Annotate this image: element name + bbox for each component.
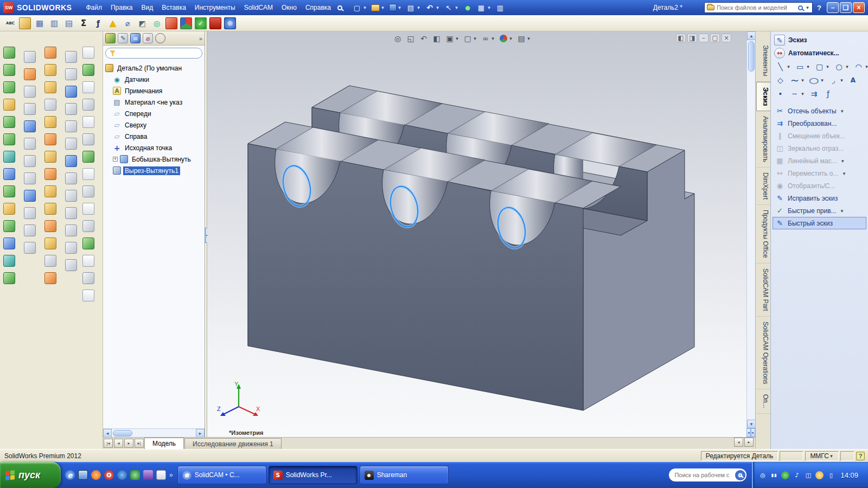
- tool-icon[interactable]: [44, 272, 56, 284]
- tool-icon[interactable]: [65, 86, 77, 98]
- vertical-scrollbar[interactable]: [746, 31, 755, 428]
- tree-item[interactable]: Вырез-Вытянуть1: [113, 165, 205, 176]
- scroll-thumb[interactable]: [113, 430, 132, 436]
- tree-item[interactable]: Сверху: [113, 119, 205, 131]
- primary-command-button[interactable]: Эскиз: [771, 34, 868, 47]
- toolbar-icon[interactable]: [92, 17, 104, 29]
- window-control-icon[interactable]: [676, 34, 686, 42]
- tool-icon[interactable]: [65, 68, 77, 80]
- menubar-tool-button[interactable]: [475, 2, 493, 13]
- tool-icon[interactable]: [3, 168, 15, 180]
- chevron-down-icon[interactable]: [840, 208, 845, 214]
- tool-icon[interactable]: [44, 64, 56, 76]
- start-button[interactable]: пуск: [0, 462, 61, 488]
- quicklaunch-icon[interactable]: [143, 470, 153, 480]
- tool-icon[interactable]: [65, 120, 77, 132]
- tool-icon[interactable]: [65, 224, 77, 236]
- sketch-entity-button[interactable]: [775, 61, 791, 72]
- tool-icon[interactable]: [44, 151, 56, 163]
- sketch-entity-button[interactable]: [814, 61, 830, 72]
- tool-icon[interactable]: [3, 133, 15, 145]
- tree-item[interactable]: Спереди: [113, 108, 205, 119]
- tool-icon[interactable]: [24, 86, 36, 98]
- commandmanager-tab[interactable]: SolidCAM Operations: [756, 317, 770, 389]
- toolbar-icon[interactable]: [165, 17, 177, 29]
- menu-item[interactable]: Окно: [277, 2, 301, 14]
- tool-icon[interactable]: [24, 68, 36, 80]
- tab-nav-first-icon[interactable]: [104, 439, 113, 448]
- menu-item[interactable]: Вид: [137, 2, 158, 14]
- tool-icon[interactable]: [44, 185, 56, 197]
- tree-item[interactable]: Материал <не указ: [113, 97, 205, 108]
- menubar-tool-button[interactable]: [405, 2, 422, 13]
- tool-icon[interactable]: [65, 51, 77, 63]
- toolbar-icon[interactable]: [180, 17, 192, 29]
- sketch-entity-button[interactable]: [848, 75, 858, 85]
- chevron-down-icon[interactable]: [455, 36, 459, 41]
- tool-icon[interactable]: [44, 133, 56, 145]
- tool-icon[interactable]: [82, 272, 94, 284]
- tool-icon[interactable]: [82, 290, 94, 301]
- toolbar-icon[interactable]: [107, 17, 119, 29]
- chevron-down-icon[interactable]: [806, 64, 810, 69]
- toolbar-icon[interactable]: [122, 17, 133, 29]
- tool-icon[interactable]: [3, 203, 15, 215]
- tool-icon[interactable]: [44, 168, 56, 180]
- window-control-icon[interactable]: [699, 34, 709, 42]
- tool-icon[interactable]: [3, 237, 15, 249]
- view-tool-button[interactable]: [431, 33, 443, 44]
- tool-icon[interactable]: [65, 190, 77, 202]
- task-button[interactable]: SolidCAM • C...: [177, 466, 266, 484]
- tool-icon[interactable]: [44, 116, 56, 128]
- primary-command-button[interactable]: Автоматическ...: [771, 47, 868, 60]
- units-selector[interactable]: ММГС: [805, 451, 839, 461]
- toolbar-icon[interactable]: [195, 17, 207, 29]
- sheet-tab[interactable]: Исследование движения 1: [184, 438, 282, 449]
- tool-icon[interactable]: [24, 120, 36, 132]
- minimize-button[interactable]: –: [827, 2, 839, 13]
- view-tool-button[interactable]: [444, 33, 461, 44]
- toolbar-icon[interactable]: [151, 17, 163, 29]
- sketch-tool-item[interactable]: Смещение объек...: [773, 130, 866, 142]
- tool-icon[interactable]: [24, 224, 36, 236]
- chevrons-right-icon[interactable]: [169, 471, 173, 479]
- commandmanager-tab[interactable]: Оп...: [756, 389, 770, 414]
- window-control-icon[interactable]: [722, 34, 731, 42]
- sketch-entity-button[interactable]: [834, 61, 850, 72]
- view-tool-button[interactable]: [405, 33, 417, 44]
- toolbar-icon[interactable]: [224, 17, 236, 29]
- tool-icon[interactable]: [82, 255, 94, 267]
- view-tool-button[interactable]: [515, 33, 532, 44]
- chevron-down-icon[interactable]: [416, 5, 421, 10]
- tool-icon[interactable]: [3, 220, 15, 232]
- sketch-tool-item[interactable]: Линейный мас...: [773, 155, 866, 167]
- chevron-down-icon[interactable]: [842, 171, 847, 176]
- sketch-entity-button[interactable]: [789, 75, 805, 85]
- chevron-down-icon[interactable]: [490, 36, 495, 41]
- tool-icon[interactable]: [3, 47, 15, 59]
- sketch-entity-button[interactable]: [809, 88, 819, 99]
- sketch-tool-item[interactable]: Преобразован...: [773, 117, 866, 130]
- menubar-tool-button[interactable]: [462, 2, 474, 13]
- scroll-right-button[interactable]: [196, 429, 205, 438]
- chevron-down-icon[interactable]: [362, 5, 367, 10]
- scroll-thumb[interactable]: [748, 41, 755, 72]
- menu-item[interactable]: Файл: [81, 2, 106, 14]
- toolbar-icon[interactable]: [63, 17, 75, 29]
- fm-tab[interactable]: [105, 33, 116, 43]
- tool-icon[interactable]: [44, 237, 56, 249]
- chevron-down-icon[interactable]: [526, 36, 531, 41]
- menubar-tool-button[interactable]: [443, 2, 460, 13]
- tree-filter-input[interactable]: [118, 50, 198, 56]
- commandmanager-tab[interactable]: Эскиз: [756, 82, 770, 112]
- graphics-viewport[interactable]: Y X Z *Изометрия: [207, 31, 746, 437]
- toolbar-icon[interactable]: [78, 17, 90, 29]
- sketch-tool-item[interactable]: Быстрый эскиз: [773, 217, 866, 229]
- sketch-tool-item[interactable]: Быстрые прив...: [773, 204, 866, 217]
- tool-icon[interactable]: [24, 242, 36, 254]
- commandmanager-tab[interactable]: Анализировать: [756, 111, 770, 168]
- tray-icon[interactable]: [770, 471, 778, 479]
- tool-icon[interactable]: [82, 168, 94, 180]
- tool-icon[interactable]: [44, 203, 56, 215]
- tool-icon[interactable]: [24, 190, 36, 202]
